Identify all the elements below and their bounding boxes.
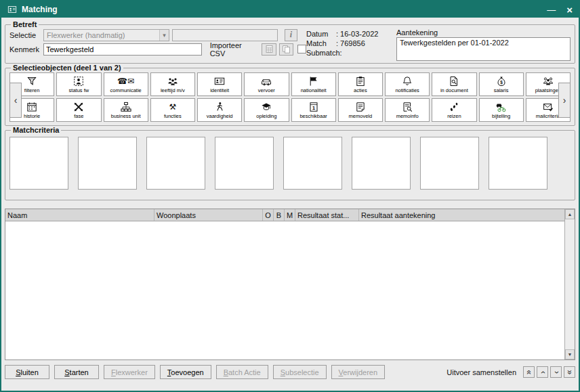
funnel-icon xyxy=(26,76,37,87)
uitvoer-samenstellen-label: Uitvoer samenstellen xyxy=(447,368,516,376)
scroll-up-icon[interactable]: ▲ xyxy=(565,209,575,219)
selectie-label: Selectie xyxy=(9,31,41,39)
selectieobject-acties[interactable]: acties xyxy=(338,72,383,96)
matchcriteria-slot-6[interactable] xyxy=(352,137,411,190)
info-button[interactable]: i xyxy=(285,29,297,41)
column-header-b[interactable]: B xyxy=(274,209,285,221)
matchcriteria-slot-5[interactable] xyxy=(283,137,342,190)
betreft-group: Betreft Selectie Flexwerker (handmatig) … xyxy=(5,20,575,64)
flag-icon xyxy=(308,76,319,87)
matching-window: Matching — × Betreft Selectie Flexwerker… xyxy=(0,0,580,392)
toevoegen-button[interactable]: Toevoegen xyxy=(160,365,211,379)
matchcriteria-group: Matchcriteria xyxy=(5,126,575,200)
selectieobject-memoinfo[interactable]: memoinfo xyxy=(385,98,430,122)
copy-csv-button[interactable] xyxy=(279,43,293,56)
calendar-one-icon: 1 xyxy=(308,102,319,113)
footer-bar: SluitenStartenFlexwerkerToevoegenBatch A… xyxy=(5,365,575,379)
selectieobject-notificaties[interactable]: notificaties xyxy=(385,72,430,96)
starten-button[interactable]: Starten xyxy=(54,365,99,379)
selectieobject-nationaliteit[interactable]: nationaliteit xyxy=(291,72,336,96)
results-table-body[interactable] xyxy=(5,221,564,360)
matchcriteria-slot-3[interactable] xyxy=(146,137,205,190)
selectieobject-label: vervoer xyxy=(258,87,275,93)
selectie-dropdown-value: Flexwerker (handmatig) xyxy=(47,31,125,39)
selectieobject-status-fw[interactable]: status fw xyxy=(56,72,101,96)
selectieobject-label: communicatie xyxy=(110,87,141,93)
selectieobject-identiteit[interactable]: identiteit xyxy=(197,72,242,96)
column-header-o[interactable]: O xyxy=(263,209,274,221)
selectieobject-reizen[interactable]: reizen xyxy=(432,98,476,122)
kenmerk-label: Kenmerk xyxy=(9,45,41,53)
vertical-scrollbar[interactable]: ▲ ▼ xyxy=(564,209,575,360)
selectieobject-label: business unit xyxy=(111,113,141,119)
selectieobject-communicatie[interactable]: ☎✉communicatie xyxy=(104,72,148,96)
selectieobject-vervoer[interactable]: vervoer xyxy=(244,72,289,96)
selectieobject-in-document[interactable]: in document xyxy=(432,72,476,96)
move-down-button[interactable]: ‹ xyxy=(550,366,562,378)
move-up-icon: › xyxy=(539,371,547,374)
kenmerk-input[interactable] xyxy=(43,43,202,56)
column-header-naam[interactable]: Naam xyxy=(5,209,154,221)
matchcriteria-slot-4[interactable] xyxy=(215,137,274,190)
match-label: Match xyxy=(306,39,336,48)
selectieobject-label: plaatsingen xyxy=(535,87,561,93)
selectie-extra-input[interactable] xyxy=(172,29,278,41)
selectieobject-memoveld[interactable]: memoveld xyxy=(338,98,383,122)
sluiten-button[interactable]: Sluiten xyxy=(5,365,49,379)
selectieobject-salaris[interactable]: $salaris xyxy=(479,72,524,96)
selectie-dropdown[interactable]: Flexwerker (handmatig) ▾ xyxy=(43,29,169,41)
calendar-grid-icon xyxy=(26,102,37,113)
status-frame-icon xyxy=(73,76,84,87)
minimize-icon[interactable]: — xyxy=(547,5,556,14)
matchcriteria-slot-7[interactable] xyxy=(420,137,479,190)
submatch-label: Submatch: xyxy=(306,48,342,58)
memo-icon xyxy=(355,102,366,113)
matchcriteria-slot-2[interactable] xyxy=(78,137,137,190)
move-down-icon: ‹ xyxy=(552,371,560,374)
svg-text:$: $ xyxy=(500,80,503,85)
selectieobject-opleiding[interactable]: opleiding xyxy=(244,98,289,122)
selectieobject-functies[interactable]: ⚒functies xyxy=(150,98,195,122)
selectieobject-vaardigheid[interactable]: vaardigheid xyxy=(197,98,242,122)
matchcriteria-legend: Matchcriteria xyxy=(11,126,61,134)
car-bike-icon xyxy=(496,102,507,113)
column-header-resultaat-stat[interactable]: Resultaat stat... xyxy=(295,209,359,221)
selectieobject-label: historie xyxy=(24,113,40,119)
flexwerker-button[interactable]: Flexwerker xyxy=(104,365,155,379)
selectieobject-beschikbaar[interactable]: 1beschikbaar xyxy=(291,98,336,122)
move-bottom-button[interactable]: « xyxy=(564,366,575,378)
scroll-left-button[interactable]: ‹ xyxy=(9,83,22,118)
close-icon[interactable]: × xyxy=(566,5,573,15)
scroll-right-button[interactable]: › xyxy=(558,83,571,118)
import-csv-button[interactable] xyxy=(262,43,276,56)
column-header-m[interactable]: M xyxy=(285,209,295,221)
selectieobject-fase[interactable]: fase xyxy=(56,98,101,122)
verwijderen-button[interactable]: Verwijderen xyxy=(331,365,385,379)
chevron-left-icon: ‹ xyxy=(14,95,18,106)
selectieobject-label: memoveld xyxy=(349,113,373,119)
aantekening-input[interactable]: Tewerkgestelden per 01-01-2022 xyxy=(396,37,571,61)
subselectie-button[interactable]: Subselectie xyxy=(273,365,327,379)
scroll-down-icon[interactable]: ▼ xyxy=(565,349,575,360)
selectieobject-label: nationaliteit xyxy=(301,87,327,93)
chevron-right-icon: › xyxy=(563,95,566,106)
selectieobject-leeftijd-m-v[interactable]: leeftijd m/v xyxy=(150,72,195,96)
selectieobject-business-unit[interactable]: business unit xyxy=(104,98,148,122)
selectieobject-label: salaris xyxy=(494,87,509,93)
move-top-button[interactable]: » xyxy=(523,366,535,378)
selectieobject-label: vaardigheid xyxy=(207,113,233,119)
column-header-resultaat-aantekening[interactable]: Resultaat aantekening xyxy=(359,209,564,221)
matchcriteria-slot-8[interactable] xyxy=(489,137,547,190)
selectieobject-label: beschikbaar xyxy=(299,113,327,119)
aantekening-label: Aantekening xyxy=(396,28,571,37)
results-table: NaamWoonplaatsOBMResultaat stat...Result… xyxy=(5,209,575,360)
svg-text:1: 1 xyxy=(312,105,315,111)
selectieobject-bijtelling[interactable]: bijtelling xyxy=(479,98,524,122)
batch-actie-button[interactable]: Batch Actie xyxy=(216,365,268,379)
matchcriteria-slot-1[interactable] xyxy=(9,137,68,190)
datum-label: Datum xyxy=(306,29,336,39)
money-bag-icon: $ xyxy=(496,76,507,87)
move-up-button[interactable]: › xyxy=(537,366,548,378)
import-csv-checkbox[interactable] xyxy=(297,45,306,53)
column-header-woonplaats[interactable]: Woonplaats xyxy=(154,209,263,221)
